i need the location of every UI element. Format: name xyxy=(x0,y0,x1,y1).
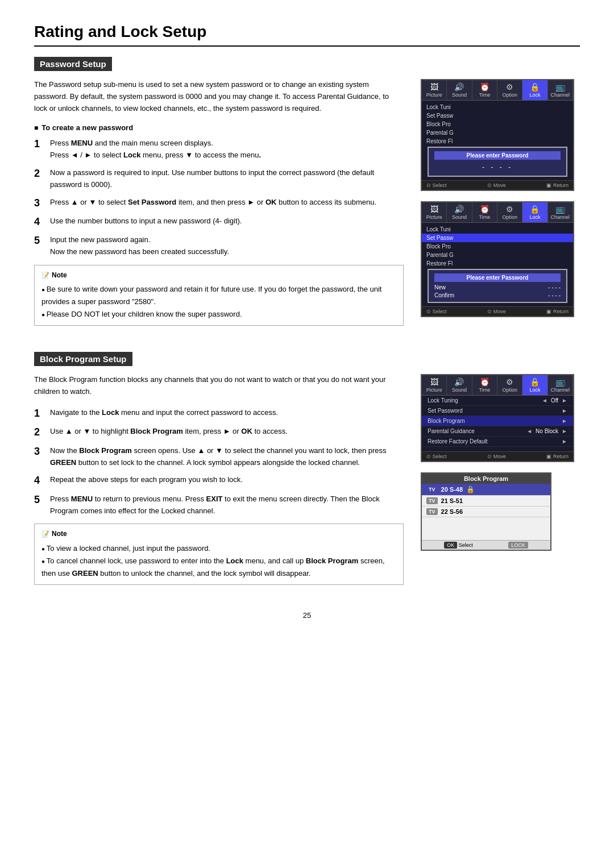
block-step-1-text: Navigate to the Lock menu and input the … xyxy=(50,407,404,420)
block-note-list: To view a locked channel, just input the… xyxy=(42,542,396,580)
block-note-title: Note xyxy=(42,529,396,539)
block-step-1: 1 Navigate to the Lock menu and input th… xyxy=(34,407,404,420)
popup-title-1: Please enter Password xyxy=(434,151,561,160)
popup-new-label: New xyxy=(434,284,446,290)
parental-guidance-item: Parental Guidance ◄ No Block ► xyxy=(422,426,573,437)
popup-dots-1: - - - - xyxy=(434,162,561,172)
block-step-2-text: Use ▲ or ▼ to highlight Block Program it… xyxy=(50,426,404,439)
tv-menu-bar-3: 🖼Picture 🔊Sound ⏰Time ⚙Option 🔒Lock 📺Cha… xyxy=(422,375,573,396)
block-step-3: 3 Now the Block Program screen opens. Us… xyxy=(34,445,404,469)
menu-picture-1: 🖼Picture xyxy=(422,80,447,100)
password-note-list: Be sure to write down your password and … xyxy=(42,283,396,321)
block-step-2: 2 Use ▲ or ▼ to highlight Block Program … xyxy=(34,426,404,439)
tv-screen-3: 🖼Picture 🔊Sound ⏰Time ⚙Option 🔒Lock 📺Cha… xyxy=(421,374,574,462)
block-note: Note To view a locked channel, just inpu… xyxy=(34,524,404,584)
menu-channel-1: 📺Channel xyxy=(548,80,573,100)
block-step-4: 4 Repeat the above steps for each progra… xyxy=(34,474,404,487)
bottom-move-2: ⊙ Move xyxy=(487,309,506,314)
menu-channel-3: 📺Channel xyxy=(548,375,573,395)
block-program-section: Block Program Setup The Block Program fu… xyxy=(34,352,580,593)
block-program-item: Block Program ► xyxy=(422,416,573,426)
bp-footer: OK Select LOCK xyxy=(422,540,550,550)
password-setup-content: The Password setup sub-menu is used to s… xyxy=(34,79,580,335)
password-popup-2: Please enter Password New - - - - Confir… xyxy=(428,269,567,303)
lock-item-1-4: Parental G xyxy=(422,128,573,137)
password-left-col: The Password setup sub-menu is used to s… xyxy=(34,79,404,335)
bp-channel-row-1: TV 20 S-48 🔒 xyxy=(422,484,550,496)
bp-tag-3: TV xyxy=(426,508,438,515)
block-right-col: 🖼Picture 🔊Sound ⏰Time ⚙Option 🔒Lock 📺Cha… xyxy=(421,374,580,593)
bp-tag-2: TV xyxy=(426,497,438,504)
password-note: Note Be sure to write down your password… xyxy=(34,265,404,326)
menu-picture-3: 🖼Picture xyxy=(422,375,447,395)
lock-item-2-2: Set Passw xyxy=(422,234,573,242)
password-intro: The Password setup sub-menu is used to s… xyxy=(34,79,404,114)
menu-option-1: ⚙Option xyxy=(497,80,522,100)
popup-title-2: Please enter Password xyxy=(434,273,561,282)
password-steps: 1 Press MENU and the main menu screen di… xyxy=(34,138,404,258)
menu-option-2: ⚙Option xyxy=(497,202,522,222)
password-note-title: Note xyxy=(42,270,396,281)
lock-item-2-3: Block Pro xyxy=(422,242,573,251)
tv-bottom-3: ⊙ Select ⊙ Move ▣ Return xyxy=(422,451,573,461)
menu-lock-2: 🔒Lock xyxy=(522,202,547,222)
menu-sound-1: 🔊Sound xyxy=(447,80,472,100)
block-note-item-1: To view a locked channel, just input the… xyxy=(42,542,396,555)
menu-time-2: ⏰Time xyxy=(472,202,497,222)
block-steps: 1 Navigate to the Lock menu and input th… xyxy=(34,407,404,517)
page-title: Rating and Lock Setup xyxy=(34,23,580,47)
tv-bottom-1: ⊙ Select ⊙ Move ▣ Return xyxy=(422,180,573,190)
lock-symbol-1: 🔒 xyxy=(466,485,475,493)
step-2: 2 Now a password is required to input. U… xyxy=(34,167,404,191)
page-number: 25 xyxy=(34,611,580,620)
bp-channel-row-2: TV 21 S-51 xyxy=(422,496,550,506)
popup-new-dots: - - - - xyxy=(548,284,561,290)
step-3-num: 3 xyxy=(34,197,44,210)
bottom-move-1: ⊙ Move xyxy=(487,182,506,188)
block-step-4-num: 4 xyxy=(34,474,44,487)
step-5-num: 5 xyxy=(34,234,44,258)
bottom-select-1: ⊙ Select xyxy=(426,182,447,188)
menu-channel-2: 📺Channel xyxy=(548,202,573,222)
bp-ok-btn[interactable]: OK Select xyxy=(444,542,473,548)
bp-screen-title: Block Program xyxy=(422,474,550,484)
password-setup-title: Password Setup xyxy=(34,57,112,71)
menu-picture-2: 🖼Picture xyxy=(422,202,447,222)
block-note-item-2: To cancel channel lock, use password to … xyxy=(42,555,396,580)
lock-item-1-5: Restore Fl xyxy=(422,137,573,146)
menu-time-3: ⏰Time xyxy=(472,375,497,395)
menu-option-3: ⚙Option xyxy=(497,375,522,395)
tv-menu-body-1: Lock Tuni Set Passw Block Pro Parental G… xyxy=(422,101,573,180)
bp-channel-row-3: TV 22 S-56 xyxy=(422,506,550,517)
set-password-item: Set Password ► xyxy=(422,406,573,416)
block-step-3-text: Now the Block Program screen opens. Use … xyxy=(50,445,404,469)
note-item-1: Be sure to write down your password and … xyxy=(42,283,396,308)
step-1-text: Press MENU and the main menu screen disp… xyxy=(50,138,404,161)
step-3: 3 Press ▲ or ▼ to select Set Password it… xyxy=(34,197,404,210)
block-step-2-num: 2 xyxy=(34,426,44,439)
block-step-4-text: Repeat the above steps for each program … xyxy=(50,474,404,487)
step-4: 4 Use the number buttons to input a new … xyxy=(34,215,404,229)
block-step-5-num: 5 xyxy=(34,493,44,517)
restore-factory-item: Restore Factory Default ► xyxy=(422,437,573,447)
bottom-return-1: ▣ Return xyxy=(546,182,569,188)
block-step-5-text: Press MENU to return to previous menu. P… xyxy=(50,493,404,517)
step-2-num: 2 xyxy=(34,167,44,191)
tv-screen-1: 🖼Picture 🔊Sound ⏰Time ⚙Option 🔒Lock 📺Cha… xyxy=(421,79,574,191)
tv-menu-bar-2: 🖼Picture 🔊Sound ⏰Time ⚙Option 🔒Lock 📺Cha… xyxy=(422,202,573,223)
block-step-5: 5 Press MENU to return to previous menu.… xyxy=(34,493,404,517)
tv-menu-body-2: Lock Tuni Set Passw Block Pro Parental G… xyxy=(422,223,573,306)
password-popup-1: Please enter Password - - - - xyxy=(428,147,567,177)
popup-new-row: New - - - - xyxy=(434,284,561,290)
popup-confirm-dots: - - - - xyxy=(548,292,561,298)
block-program-content: The Block Program function blocks any ch… xyxy=(34,374,580,593)
step-2-text: Now a password is required to input. Use… xyxy=(50,167,404,191)
bottom-select-3: ⊙ Select xyxy=(426,454,447,459)
bp-lock-btn[interactable]: LOCK xyxy=(508,542,528,548)
tv-bottom-2: ⊙ Select ⊙ Move ▣ Return xyxy=(422,306,573,316)
lock-item-1-3: Block Pro xyxy=(422,120,573,128)
menu-lock-3: 🔒Lock xyxy=(522,375,547,395)
step-3-text: Press ▲ or ▼ to select Set Password item… xyxy=(50,197,404,210)
block-left-col: The Block Program function blocks any ch… xyxy=(34,374,404,593)
bottom-move-3: ⊙ Move xyxy=(487,454,506,459)
